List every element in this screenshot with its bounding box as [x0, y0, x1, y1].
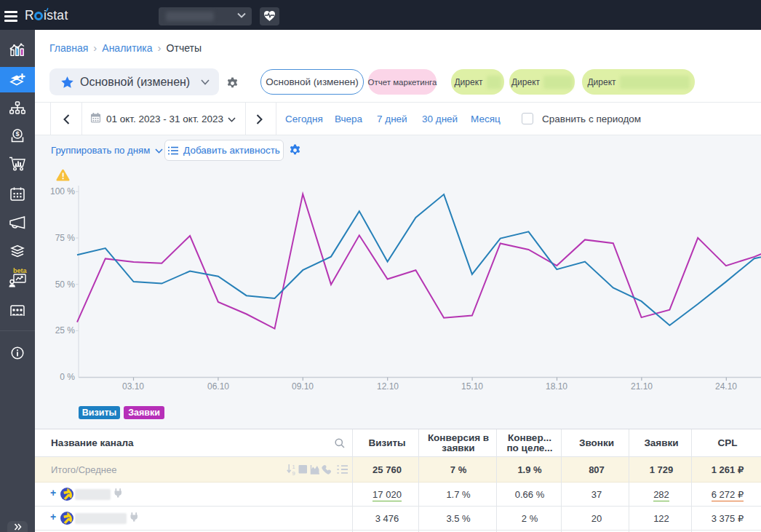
svg-text:$: $ [15, 130, 19, 138]
svg-text:9: 9 [292, 470, 295, 476]
